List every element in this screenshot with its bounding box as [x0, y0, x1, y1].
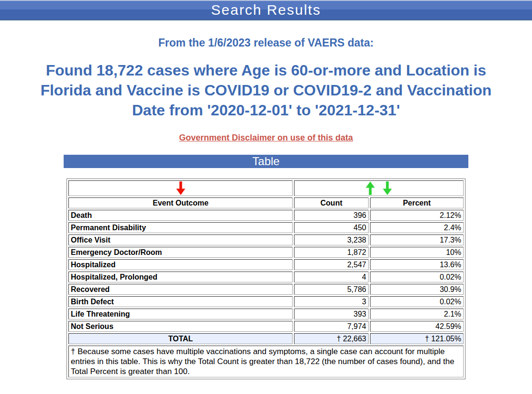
release-subtitle: From the 1/6/2023 release of VAERS data: [0, 37, 532, 49]
outcome-cell: Life Threatening [68, 309, 293, 319]
table-row: Life Threatening3932.1% [68, 309, 464, 319]
outcome-cell: Office Visit [68, 235, 293, 245]
table-row: Office Visit3,23817.3% [68, 235, 464, 245]
percent-cell: 17.3% [370, 235, 464, 245]
government-disclaimer-link[interactable]: Government Disclaimer on use of this dat… [179, 133, 353, 142]
event-outcome-table: Event Outcome Count Percent Death3962.12… [66, 178, 466, 379]
footnote-row: † Because some cases have multiple vacci… [68, 346, 464, 377]
percent-cell: 30.9% [370, 284, 464, 295]
percent-cell: 2.1% [370, 309, 464, 319]
count-cell: 393 [294, 309, 369, 319]
outcome-cell: Hospitalized, Prolonged [68, 272, 293, 282]
sort-outcome-descending-icon[interactable] [176, 181, 186, 195]
table-section-title: Table [252, 155, 279, 168]
page-header-bar: Search Results [0, 0, 532, 20]
outcome-cell: Permanent Disability [68, 222, 293, 233]
count-cell: 4 [294, 272, 369, 282]
percent-cell: 2.12% [370, 210, 464, 221]
sort-row [68, 180, 464, 196]
total-row: TOTAL † 22,663 † 121.05% [68, 333, 464, 344]
table-section-bar: Table [64, 155, 468, 168]
outcome-cell: Birth Defect [68, 296, 293, 307]
results-heading: Found 18,722 cases where Age is 60-or-mo… [0, 60, 532, 120]
outcome-rows: Death3962.12%Permanent Disability4502.4%… [68, 210, 464, 332]
total-percent: † 121.05% [370, 333, 464, 344]
total-label: TOTAL [68, 333, 293, 344]
count-cell: 1,872 [294, 247, 369, 258]
outcome-cell: Emergency Doctor/Room [68, 247, 293, 258]
disclaimer-link-row: Government Disclaimer on use of this dat… [0, 133, 532, 143]
percent-cell: 42.59% [370, 321, 464, 332]
column-header-outcome: Event Outcome [68, 197, 293, 208]
table-row: Hospitalized, Prolonged40.02% [68, 272, 464, 282]
sort-values-cell [294, 180, 464, 196]
table-row: Recovered5,78630.9% [68, 284, 464, 295]
outcome-cell: Death [68, 210, 293, 221]
table-row: Permanent Disability4502.4% [68, 222, 464, 233]
table-footer-rows: TOTAL † 22,663 † 121.05% † Because some … [68, 333, 464, 377]
results-heading-line-1: Found 18,722 cases where Age is 60-or-mo… [0, 60, 532, 80]
table-row: Birth Defect30.02% [68, 296, 464, 307]
total-count: † 22,663 [294, 333, 369, 344]
outcome-cell: Recovered [68, 284, 293, 295]
count-cell: 3 [294, 296, 369, 307]
percent-cell: 13.6% [370, 259, 464, 270]
table-footnote: † Because some cases have multiple vacci… [68, 346, 464, 377]
table-row: Hospitalized2,54713.6% [68, 259, 464, 270]
sort-outcome-cell [68, 180, 293, 196]
table-header-rows: Event Outcome Count Percent [68, 180, 464, 208]
sort-values-descending-icon[interactable] [382, 181, 392, 195]
percent-cell: 0.02% [370, 272, 464, 282]
count-cell: 5,786 [294, 284, 369, 295]
results-heading-line-3: Date from '2020-12-01' to '2021-12-31' [0, 100, 532, 120]
count-cell: 450 [294, 222, 369, 233]
sort-values-ascending-icon[interactable] [365, 181, 375, 195]
percent-cell: 2.4% [370, 222, 464, 233]
outcome-cell: Hospitalized [68, 259, 293, 270]
count-cell: 2,547 [294, 259, 369, 270]
count-cell: 7,974 [294, 321, 369, 332]
column-header-percent: Percent [370, 197, 464, 208]
table-row: Death3962.12% [68, 210, 464, 221]
outcome-cell: Not Serious [68, 321, 293, 332]
count-cell: 3,238 [294, 235, 369, 245]
table-row: Not Serious7,97442.59% [68, 321, 464, 332]
results-heading-line-2: Florida and Vaccine is COVID19 or COVID1… [0, 80, 532, 100]
count-cell: 396 [294, 210, 369, 221]
column-header-count: Count [294, 197, 369, 208]
percent-cell: 0.02% [370, 296, 464, 307]
search-results-page: Search Results From the 1/6/2023 release… [0, 0, 532, 379]
column-header-row: Event Outcome Count Percent [68, 197, 464, 208]
percent-cell: 10% [370, 247, 464, 258]
page-title: Search Results [211, 2, 321, 18]
table-row: Emergency Doctor/Room1,87210% [68, 247, 464, 258]
